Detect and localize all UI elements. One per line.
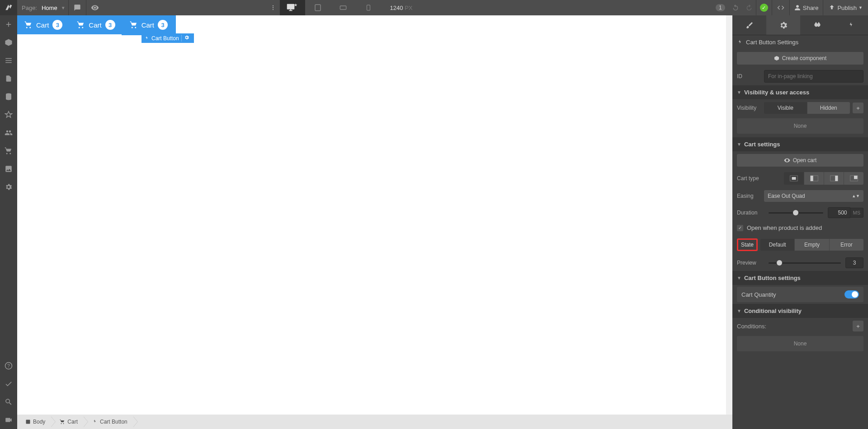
svg-point-0 — [272, 5, 273, 6]
more-icon[interactable] — [266, 0, 280, 15]
ecommerce-icon[interactable] — [0, 106, 17, 124]
easing-select[interactable]: Ease Out Quad▲▼ — [764, 190, 863, 202]
tab-style-icon[interactable] — [732, 15, 766, 35]
crumb-cart-button[interactable]: Cart Button — [84, 415, 134, 429]
cart-button-instance[interactable]: Cart 3 — [17, 15, 70, 34]
svg-rect-10 — [792, 177, 796, 180]
id-input[interactable] — [764, 70, 863, 83]
tab-interactions-icon[interactable] — [834, 15, 868, 35]
device-tablet[interactable] — [305, 0, 330, 15]
cart-settings-header[interactable]: ▼Cart settings — [732, 137, 868, 151]
publish-button[interactable]: Publish ▼ — [823, 0, 868, 15]
state-error[interactable]: Error — [829, 239, 863, 251]
cart-type-left[interactable] — [804, 172, 824, 185]
svg-rect-14 — [835, 176, 838, 181]
svg-rect-8 — [26, 420, 30, 424]
preview-icon[interactable] — [86, 0, 104, 15]
right-panel: Cart Button Settings Create component ID… — [732, 15, 868, 429]
device-tablet-landscape[interactable] — [330, 0, 356, 15]
cart-button-selected[interactable]: Cart 3 — [123, 15, 175, 34]
search-icon[interactable] — [0, 393, 17, 411]
dropdown-icon: ▼ — [61, 5, 66, 10]
tab-style-manager-icon[interactable] — [800, 15, 834, 35]
code-icon[interactable] — [772, 0, 789, 15]
video-icon[interactable] — [0, 411, 17, 429]
cart-count-badge: 3 — [158, 20, 168, 30]
comments-icon[interactable] — [69, 0, 86, 15]
preview-input[interactable] — [845, 257, 863, 268]
cart-button-settings-header[interactable]: ▼Cart Button settings — [732, 271, 868, 285]
audit-icon[interactable] — [0, 375, 17, 393]
crumb-body[interactable]: Body — [17, 415, 52, 429]
settings-nav-icon[interactable] — [0, 178, 17, 196]
preview-slider[interactable] — [769, 262, 841, 264]
duration-label: Duration — [737, 210, 764, 216]
canvas[interactable]: Cart 3 Cart 3 Cart 3 Cart Button — [17, 15, 732, 415]
undo-icon[interactable] — [729, 0, 742, 15]
svg-rect-3 — [315, 5, 321, 11]
state-label: State — [737, 238, 758, 251]
cart-type-right[interactable] — [824, 172, 844, 185]
easing-label: Easing — [737, 193, 764, 199]
cart-quantity-label: Cart Quantity — [741, 291, 776, 298]
cart-button-instance[interactable]: Cart 3 — [70, 15, 122, 34]
visibility-visible[interactable]: Visible — [764, 102, 807, 114]
cart-count-badge: 3 — [105, 20, 115, 30]
device-mobile[interactable] — [356, 0, 381, 15]
help-icon[interactable]: ? — [0, 357, 17, 375]
page-name[interactable]: Home — [42, 5, 57, 11]
assets-icon[interactable] — [0, 160, 17, 178]
breadcrumb: Body Cart Cart Button — [17, 415, 732, 429]
preview-label: Preview — [737, 260, 764, 266]
device-desktop[interactable]: ★ — [280, 0, 305, 15]
open-cart-button[interactable]: Open cart — [737, 154, 863, 167]
symbols-icon[interactable] — [0, 33, 17, 51]
crumb-cart[interactable]: Cart — [52, 415, 84, 429]
visibility-add-icon[interactable]: + — [853, 103, 863, 113]
cart-type-label: Cart type — [737, 175, 760, 182]
status-ok-icon[interactable]: ✓ — [760, 4, 768, 12]
svg-rect-4 — [340, 6, 346, 9]
navigator-icon[interactable] — [0, 51, 17, 70]
panel-title: Cart Button Settings — [732, 35, 868, 49]
create-component-button[interactable]: Create component — [737, 52, 863, 65]
users-icon[interactable] — [0, 124, 17, 142]
conditions-none: None — [737, 336, 863, 351]
svg-rect-16 — [854, 176, 858, 179]
svg-point-1 — [272, 7, 273, 8]
canvas-scrollbar[interactable] — [726, 15, 732, 415]
state-default[interactable]: Default — [760, 239, 794, 251]
duration-input[interactable] — [828, 207, 850, 218]
pages-icon[interactable] — [0, 70, 17, 88]
cms-icon[interactable] — [0, 88, 17, 106]
top-bar: Page: Home ▼ ★ 1240 PX 1 — [0, 0, 868, 15]
cart-nav-icon[interactable] — [0, 142, 17, 160]
id-label: ID — [737, 73, 764, 79]
cart-type-modal[interactable] — [784, 172, 804, 185]
selection-label[interactable]: Cart Button — [142, 33, 194, 43]
selection-gear-icon[interactable] — [181, 35, 191, 42]
duration-unit: MS — [850, 208, 864, 218]
conditions-label: Conditions: — [737, 323, 850, 330]
visibility-section-header[interactable]: ▼Visibility & user access — [732, 85, 868, 99]
conditions-add-icon[interactable]: + — [853, 321, 863, 331]
add-element-icon[interactable] — [0, 15, 17, 33]
cart-count-badge: 3 — [52, 20, 62, 30]
tab-settings-icon[interactable] — [766, 15, 800, 35]
svg-rect-12 — [810, 176, 813, 181]
changes-count[interactable]: 1 — [716, 4, 725, 11]
svg-rect-5 — [367, 5, 370, 10]
conditional-visibility-header[interactable]: ▼Conditional visibility — [732, 304, 868, 318]
page-label: Page: — [17, 5, 42, 11]
visibility-hidden[interactable]: Hidden — [807, 102, 850, 114]
cart-quantity-toggle[interactable] — [844, 290, 859, 298]
cart-type-dropdown[interactable] — [844, 172, 863, 185]
redo-icon[interactable] — [742, 0, 756, 15]
share-button[interactable]: Share — [790, 0, 823, 15]
duration-slider[interactable] — [769, 212, 823, 214]
open-when-added-checkbox[interactable]: ✓Open when product is added — [732, 221, 868, 235]
webflow-logo[interactable] — [0, 0, 17, 15]
svg-text:?: ? — [7, 363, 10, 368]
state-empty[interactable]: Empty — [794, 239, 829, 251]
visibility-none: None — [737, 118, 863, 134]
